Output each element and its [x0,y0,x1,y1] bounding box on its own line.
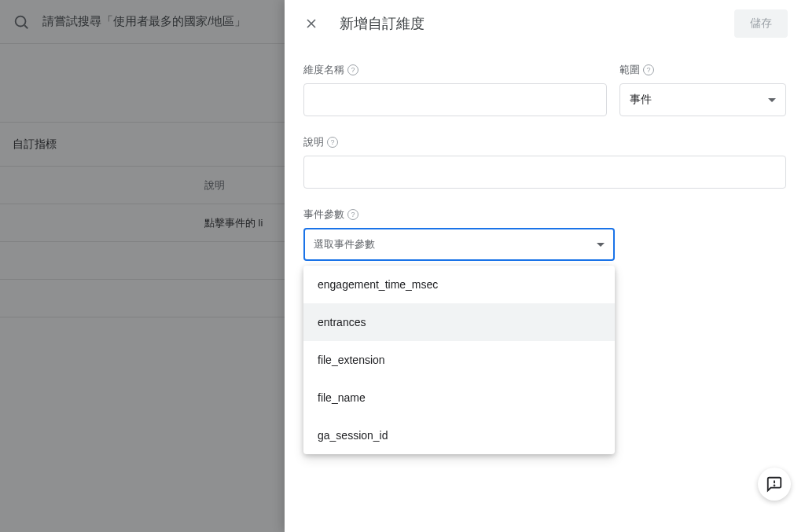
field-event-param: 事件參數 ? 選取事件參數 engagement_time_msec entra… [303,207,786,261]
panel-header: 新增自訂維度 儲存 [285,0,805,47]
help-icon[interactable]: ? [347,64,358,75]
help-icon[interactable]: ? [347,209,358,220]
dimension-name-input[interactable] [303,83,607,116]
form-row-2: 說明 ? [303,135,786,189]
dropdown-item[interactable]: file_name [303,379,615,416]
scope-select[interactable]: 事件 [619,83,786,116]
field-description: 說明 ? [303,135,786,189]
svg-point-5 [774,485,775,486]
label-scope: 範圍 ? [619,63,786,77]
help-icon[interactable]: ? [643,64,654,75]
dropdown-item[interactable]: ga_session_id [303,416,615,454]
scope-value: 事件 [630,93,652,107]
description-input[interactable] [303,156,786,189]
label-dimension-name: 維度名稱 ? [303,63,607,77]
event-param-combo: 選取事件參數 engagement_time_msec entrances fi… [303,228,615,261]
side-panel: 新增自訂維度 儲存 維度名稱 ? 範圍 ? 事件 [285,0,805,532]
dropdown-item[interactable]: engagement_time_msec [303,266,615,303]
dropdown-item[interactable]: file_extension [303,341,615,379]
label-event-param: 事件參數 ? [303,207,786,222]
form-row-1: 維度名稱 ? 範圍 ? 事件 [303,63,786,116]
panel-body: 維度名稱 ? 範圍 ? 事件 說明 [285,47,805,532]
event-param-select[interactable]: 選取事件參數 [303,228,615,261]
field-dimension-name: 維度名稱 ? [303,63,607,116]
close-button[interactable] [302,14,321,33]
help-icon[interactable]: ? [327,137,338,148]
label-description: 說明 ? [303,135,786,149]
event-param-dropdown[interactable]: engagement_time_msec entrances file_exte… [303,266,615,454]
feedback-icon [766,475,783,493]
event-param-placeholder: 選取事件參數 [314,237,375,251]
dropdown-item[interactable]: entrances [303,303,615,341]
form-row-3: 事件參數 ? 選取事件參數 engagement_time_msec entra… [303,207,786,261]
feedback-button[interactable] [758,468,791,501]
save-button[interactable]: 儲存 [734,9,788,38]
panel-title: 新增自訂維度 [340,14,734,33]
chevron-down-icon [768,98,776,102]
close-icon [303,16,319,31]
field-scope: 範圍 ? 事件 [619,63,786,116]
chevron-down-icon [597,243,605,247]
